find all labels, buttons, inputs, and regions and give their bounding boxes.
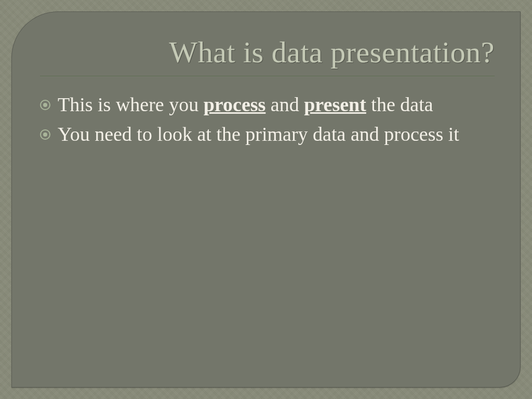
slide-body: This is where you process and present th… [40,91,495,148]
bullet-marker-icon [40,129,50,140]
slide-frame: What is data presentation? This is where… [0,0,532,399]
text-segment: and [265,94,304,115]
emphasis-text: process [204,94,266,115]
text-segment: the data [366,94,433,115]
emphasis-text: present [304,94,366,115]
bullet-marker-icon [40,100,50,110]
bullet-item: You need to look at the primary data and… [40,121,495,148]
bullet-text: You need to look at the primary data and… [58,121,495,148]
slide-card: What is data presentation? This is where… [11,11,521,388]
bullet-text: This is where you process and present th… [58,91,495,118]
slide-title: What is data presentation? [40,35,495,70]
text-segment: This is where you [58,94,204,115]
bullet-item: This is where you process and present th… [40,91,495,118]
title-divider [40,76,495,77]
